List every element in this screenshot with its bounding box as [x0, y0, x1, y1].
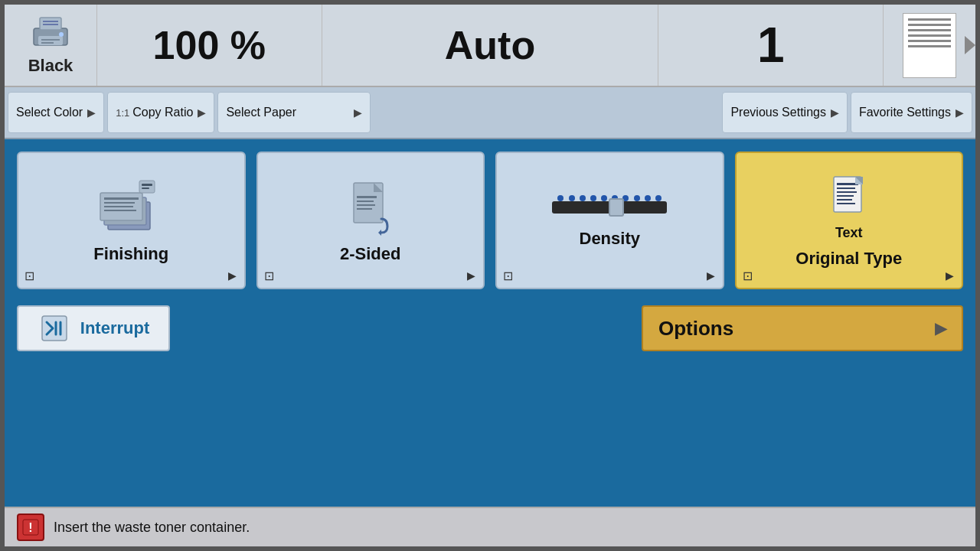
two-sided-expand-icon: ⊡ [264, 269, 274, 283]
paper-mode: Auto [322, 5, 659, 86]
copy-ratio-button[interactable]: 1:1 Copy Ratio ▶ [107, 92, 214, 133]
select-paper-label: Select Paper [226, 106, 296, 119]
warning-icon: ! [17, 514, 44, 541]
favorite-settings-button[interactable]: Favorite Settings ▶ [851, 92, 972, 133]
two-sided-icon [344, 177, 397, 238]
density-track [552, 201, 667, 214]
favorite-settings-arrow: ▶ [956, 106, 964, 119]
svg-rect-23 [357, 208, 372, 210]
svg-rect-7 [41, 42, 54, 44]
density-dot [557, 195, 564, 201]
original-type-card[interactable]: Text Original Type ⊡ ▶ [735, 152, 964, 289]
previous-settings-label: Previous Settings [730, 106, 826, 119]
interrupt-svg [41, 315, 68, 342]
density-handle[interactable] [609, 198, 624, 217]
copy-percent: 100 % [96, 5, 322, 86]
status-bar: Black 100 % Auto 1 [5, 5, 975, 87]
options-label: Options [658, 317, 733, 341]
svg-rect-11 [104, 197, 139, 200]
svg-rect-29 [837, 195, 854, 197]
select-paper-button[interactable]: Select Paper ▶ [217, 92, 371, 133]
svg-rect-6 [41, 39, 60, 41]
printer-icon [28, 15, 74, 53]
svg-rect-26 [837, 183, 858, 185]
doc-line [908, 24, 951, 26]
interrupt-icon [38, 311, 71, 345]
svg-rect-20 [357, 196, 377, 198]
doc-line [908, 18, 951, 21]
two-sided-title: 2-Sided [340, 244, 400, 264]
feature-grid: Finishing ⊡ ▶ [17, 152, 963, 289]
svg-rect-13 [104, 206, 133, 207]
finishing-expand-icon: ⊡ [24, 269, 34, 283]
interrupt-label: Interrupt [80, 318, 149, 338]
density-dot [601, 195, 607, 201]
original-type-subtitle: Text [835, 225, 863, 241]
density-dot [645, 195, 651, 201]
svg-rect-15 [139, 181, 155, 193]
action-row: Interrupt Options ▶ [17, 302, 963, 355]
interrupt-button[interactable]: Interrupt [17, 305, 170, 351]
favorite-settings-label: Favorite Settings [859, 106, 951, 119]
original-type-expand-icon: ⊡ [743, 269, 753, 283]
density-title: Density [580, 229, 640, 249]
main-area: Finishing ⊡ ▶ [5, 139, 975, 507]
density-slider [548, 192, 671, 223]
svg-marker-24 [378, 230, 381, 236]
status-message: Insert the waste toner container. [54, 520, 250, 536]
document-preview [884, 5, 975, 86]
two-sided-card[interactable]: 2-Sided ⊡ ▶ [256, 152, 485, 289]
original-type-arrow-icon: ▶ [946, 269, 954, 282]
select-color-arrow: ▶ [87, 106, 96, 119]
density-expand-icon: ⊡ [503, 269, 513, 283]
warning-svg: ! [21, 518, 40, 536]
options-button[interactable]: Options ▶ [642, 305, 963, 351]
doc-line [908, 34, 951, 37]
quick-settings-bar: Select Color ▶ 1:1 Copy Ratio ▶ Select P… [5, 87, 975, 139]
svg-rect-30 [837, 199, 852, 201]
options-arrow: ▶ [935, 319, 946, 337]
density-card[interactable]: Density ⊡ ▶ [495, 152, 724, 289]
density-dot [580, 195, 586, 201]
svg-rect-21 [357, 201, 374, 202]
quick-bar-spacer [374, 92, 719, 133]
status-footer: ! Insert the waste toner container. [5, 507, 975, 546]
finishing-icon [96, 177, 165, 238]
density-dot [590, 195, 596, 201]
svg-rect-34 [42, 316, 67, 341]
select-color-button[interactable]: Select Color ▶ [8, 92, 104, 133]
scroll-right-arrow[interactable] [965, 36, 975, 54]
previous-settings-button[interactable]: Previous Settings ▶ [722, 92, 848, 133]
svg-rect-22 [357, 204, 375, 206]
doc-line [908, 45, 951, 47]
finishing-arrow-icon: ▶ [228, 269, 237, 282]
doc-line [908, 40, 951, 42]
density-dot [634, 195, 640, 201]
svg-rect-17 [142, 187, 149, 189]
color-label: Black [28, 56, 74, 76]
copier-screen: Black 100 % Auto 1 Select Color ▶ 1:1 Co… [0, 0, 980, 551]
two-sided-svg [348, 179, 394, 236]
finishing-card[interactable]: Finishing ⊡ ▶ [17, 152, 246, 289]
svg-rect-16 [142, 184, 152, 186]
select-paper-arrow: ▶ [354, 106, 362, 119]
svg-rect-4 [43, 24, 58, 25]
doc-line [908, 29, 951, 31]
color-status: Black [5, 5, 96, 86]
original-type-svg [830, 175, 868, 221]
copy-ratio-arrow: ▶ [198, 106, 206, 119]
svg-rect-28 [837, 191, 857, 193]
svg-rect-27 [837, 187, 855, 189]
doc-preview-box [903, 13, 956, 78]
copy-count: 1 [658, 5, 884, 86]
svg-point-5 [59, 32, 64, 37]
density-dot [569, 195, 575, 201]
original-type-title: Original Type [786, 247, 911, 270]
select-color-label: Select Color [16, 106, 83, 119]
density-arrow-icon: ▶ [707, 269, 715, 282]
previous-settings-arrow: ▶ [831, 106, 839, 119]
ratio-prefix-label: 1:1 [116, 107, 129, 119]
finishing-title: Finishing [93, 244, 168, 264]
original-type-icon [826, 171, 872, 225]
finishing-svg [96, 179, 165, 236]
